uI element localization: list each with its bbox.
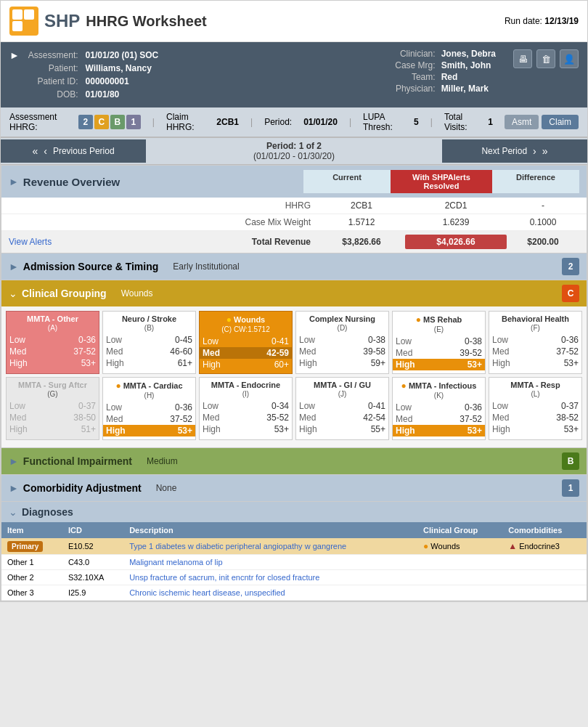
delete-button[interactable]: 🗑 — [536, 49, 555, 68]
cg-G-med: Med38-50 — [9, 412, 96, 423]
visits-label: Total Visits: — [444, 112, 476, 132]
col-desc: Description — [123, 522, 417, 538]
team-val: Red — [438, 71, 499, 83]
clinical-expand-icon: ⌄ — [9, 288, 17, 299]
col-icd: ICD — [62, 522, 123, 538]
functional-expand-icon: ► — [9, 455, 19, 467]
admission-title: Admission Source & Timing — [23, 261, 158, 272]
assessment-hhrg-label: Assessment HHRG: — [9, 112, 67, 132]
cg-cell-L: MMTA - Resp(L) Low0-37 Med38-52 High53+ — [489, 377, 582, 440]
table-row: Other 2 S32.10XA Unsp fracture of sacrum… — [1, 570, 587, 585]
cg-cell-G: MMTA - Surg Aftcr(G) Low0-37 Med38-50 Hi… — [6, 377, 99, 440]
clinical-header[interactable]: ⌄ Clinical Grouping Wounds C — [1, 280, 587, 306]
cg-C-low: Low0-41 — [203, 336, 289, 347]
clinical-section: ⌄ Clinical Grouping Wounds C MMTA - Othe… — [1, 280, 587, 448]
cg-A-med: Med37-52 — [9, 346, 96, 357]
cg-title-K: ● MMTA - Infectious(K) — [396, 381, 482, 399]
revenue-section: ► Revenue Overview Current With SHPAlert… — [1, 165, 587, 253]
diag-item-3: Other 3 — [1, 585, 62, 601]
casemix-label: Case Mix Weight — [224, 217, 311, 227]
col-comorbidities: Comorbidities — [502, 522, 587, 538]
user-button[interactable]: 👤 — [560, 49, 579, 68]
double-right-arrow-icon: » — [542, 145, 548, 157]
patient-id-label: Patient ID: — [25, 76, 81, 87]
prev-period-button[interactable]: « ‹ Previous Period — [1, 139, 146, 163]
diag-comorbidities-1 — [502, 555, 587, 570]
cg-L-med: Med38-52 — [492, 412, 579, 423]
comorbidity-title: Comorbidity Adjustment — [23, 482, 142, 494]
case-mrg-val: Smith, John — [438, 60, 499, 71]
logo: SHP HHRG Worksheet — [9, 7, 207, 36]
dob-val: 01/01/80 — [83, 89, 162, 100]
admission-header[interactable]: ► Admission Source & Timing Early Instit… — [1, 253, 587, 280]
cg-E-med: Med39-52 — [396, 347, 482, 359]
app-title: HHRG Worksheet — [86, 13, 206, 30]
run-date: Run date: 12/13/19 — [505, 16, 579, 26]
cg-G-low: Low0-37 — [9, 400, 96, 412]
prev-period-label: Previous Period — [53, 146, 115, 156]
comorbidity-header[interactable]: ► Comorbidity Adjustment None 1 — [1, 475, 587, 501]
left-arrow-icon: ‹ — [44, 145, 47, 157]
clinical-badge: C — [562, 285, 579, 302]
comorbidity-section: ► Comorbidity Adjustment None 1 — [1, 475, 587, 502]
cg-K-high: High53+ — [393, 425, 485, 436]
functional-header[interactable]: ► Functional Impairment Medium B — [1, 448, 587, 474]
claim-button[interactable]: Claim — [542, 115, 579, 129]
clinician-fields-table: Clinician: Jones, Debra Case Mrg: Smith,… — [392, 48, 499, 94]
functional-value: Medium — [147, 456, 178, 466]
functional-badge: B — [562, 452, 579, 470]
diag-desc-2: Unsp fracture of sacrum, init encntr for… — [123, 570, 417, 585]
view-alerts-link[interactable]: View Alerts — [9, 237, 52, 247]
clinician-label: Clinician: — [392, 48, 438, 60]
revenue-header[interactable]: ► Revenue Overview Current With SHPAlert… — [1, 166, 587, 198]
functional-title: Functional Impairment — [23, 455, 132, 467]
next-period-button[interactable]: Next Period › » — [442, 139, 587, 163]
lupa-val: 5 — [414, 117, 419, 127]
visits-val: 1 — [488, 117, 493, 127]
patient-info-bar: ► Assessment: 01/01/20 (01) SOC Patient:… — [1, 42, 587, 107]
comorbidity-badge: 1 — [562, 479, 579, 497]
cg-title-J: MMTA - GI / GU(J) — [299, 381, 385, 398]
asmt-button[interactable]: Asmt — [505, 115, 539, 129]
badge-1: 1 — [126, 115, 141, 129]
diag-icd-1: C43.0 — [62, 555, 123, 570]
action-icons: 🖶 🗑 👤 — [513, 49, 579, 68]
diag-desc-1: Malignant melanoma of lip — [123, 555, 417, 570]
cg-title-I: MMTA - Endocrine(I) — [203, 381, 289, 398]
diagnoses-table: Item ICD Description Clinical Group Como… — [1, 522, 587, 601]
cg-title-E: ● MS Rehab(E) — [396, 314, 482, 333]
clinical-groups-row1: MMTA - Other(A) Low0-36 Med37-52 High53+… — [6, 311, 582, 374]
expand-patient-icon[interactable]: ► — [9, 49, 20, 61]
diag-comorbidities-3 — [502, 585, 587, 601]
next-period-label: Next Period — [481, 146, 527, 156]
col-diff: Difference — [492, 170, 579, 193]
admission-expand-icon: ► — [9, 261, 19, 272]
diagnoses-header[interactable]: ⌄ Diagnoses — [1, 502, 587, 522]
diag-item-primary: Primary — [1, 538, 62, 555]
cg-E-low: Low0-38 — [396, 336, 482, 347]
assessment-val: 01/01/20 (01) SOC — [83, 49, 162, 61]
cg-B-high: High61+ — [106, 357, 192, 369]
patient-id-val: 000000001 — [83, 76, 162, 87]
cg-H-high: High53+ — [103, 425, 195, 436]
admission-section: ► Admission Source & Timing Early Instit… — [1, 253, 587, 280]
patient-val: Williams, Nancy — [83, 62, 162, 74]
period-val: 01/01/20 — [303, 117, 338, 127]
diag-cg-primary: ●Wounds — [417, 538, 502, 555]
functional-section: ► Functional Impairment Medium B — [1, 448, 587, 475]
cg-cell-I: MMTA - Endocrine(I) Low0-34 Med35-52 Hig… — [199, 377, 293, 440]
cg-A-high: High53+ — [9, 357, 96, 369]
patient-left: ► Assessment: 01/01/20 (01) SOC Patient:… — [9, 48, 163, 102]
cg-I-low: Low0-34 — [203, 400, 289, 412]
clinical-groups-grid: MMTA - Other(A) Low0-36 Med37-52 High53+… — [1, 306, 587, 447]
patient-fields-table: Assessment: 01/01/20 (01) SOC Patient: W… — [24, 48, 163, 102]
total-label: Total Revenue — [224, 237, 311, 247]
revenue-row-hhrg: HHRG 2CB1 2CD1 - — [1, 198, 587, 214]
team-label: Team: — [392, 71, 438, 83]
print-button[interactable]: 🖶 — [513, 49, 532, 68]
diagnoses-section: ⌄ Diagnoses Item ICD Description Clinica… — [1, 502, 587, 601]
cg-C-high: High60+ — [203, 359, 289, 370]
col-item: Item — [1, 522, 62, 538]
cg-cell-D: Complex Nursing(D) Low0-38 Med39-58 High… — [295, 311, 389, 374]
clinician-val: Jones, Debra — [438, 48, 499, 60]
